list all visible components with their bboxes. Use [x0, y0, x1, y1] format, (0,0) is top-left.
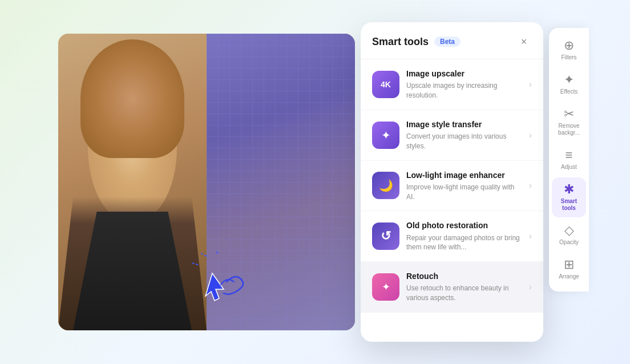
sidebar-item-smart-tools[interactable]: ✱ Smart tools	[552, 177, 586, 217]
style-transfer-info: Image style transfer Convert your images…	[406, 119, 522, 151]
smart-tools-sidebar-label: Smart tools	[556, 198, 581, 212]
low-light-desc: Improve low-light image quality with AI.	[406, 183, 522, 202]
image-upscaler-chevron: ›	[529, 79, 532, 90]
tool-item-image-upscaler[interactable]: 4K Image upscaler Upscale images by incr…	[361, 59, 543, 110]
effects-sidebar-label: Effects	[560, 88, 578, 95]
remove-bg-sidebar-label: Remove backgr...	[556, 123, 581, 136]
smart-tools-sidebar-icon: ✱	[564, 183, 574, 196]
filters-sidebar-icon: ⊕	[564, 39, 574, 52]
sidebar-item-arrange[interactable]: ⊞ Arrange	[552, 253, 586, 286]
retouch-chevron: ›	[529, 282, 532, 292]
retouch-icon: ✦	[372, 273, 399, 301]
sidebar-item-remove-bg[interactable]: ✂ Remove backgr...	[552, 102, 586, 142]
sidebar-item-adjust[interactable]: ≡ Adjust	[552, 143, 586, 176]
remove-bg-sidebar-icon: ✂	[564, 108, 574, 120]
opacity-sidebar-icon: ◇	[564, 224, 574, 237]
panel-title: Smart tools	[372, 36, 429, 48]
effects-sidebar-icon: ✦	[564, 74, 574, 86]
photo-bg	[58, 34, 355, 330]
adjust-sidebar-icon: ≡	[566, 149, 573, 161]
smart-tools-panel: Smart tools Beta × 4K Image upscaler Ups…	[361, 22, 543, 342]
low-light-name: Low-light image enhancer	[406, 170, 522, 180]
tool-item-low-light[interactable]: 🌙 Low-light image enhancer Improve low-l…	[361, 161, 543, 212]
style-transfer-desc: Convert your images into various styles.	[406, 132, 522, 151]
sidebar-item-effects[interactable]: ✦ Effects	[552, 68, 586, 101]
tool-item-retouch[interactable]: ✦ Retouch Use retouch to enhance beauty …	[361, 262, 543, 313]
opacity-sidebar-label: Opacity	[559, 239, 579, 246]
retouch-desc: Use retouch to enhance beauty in various…	[406, 284, 522, 303]
low-light-chevron: ›	[529, 180, 532, 191]
sidebar-item-filters[interactable]: ⊕ Filters	[552, 34, 586, 67]
image-upscaler-info: Image upscaler Upscale images by increas…	[406, 68, 522, 100]
tool-item-style-transfer[interactable]: ✦ Image style transfer Convert your imag…	[361, 110, 543, 161]
tools-list: 4K Image upscaler Upscale images by incr…	[361, 59, 543, 342]
sidebar-item-opacity[interactable]: ◇ Opacity	[552, 219, 586, 252]
style-transfer-chevron: ›	[529, 130, 532, 140]
style-transfer-name: Image style transfer	[406, 119, 522, 130]
photo-container	[58, 34, 355, 330]
beta-badge: Beta	[434, 37, 461, 47]
person-photo-right	[207, 34, 355, 330]
retouch-name: Retouch	[406, 271, 522, 281]
old-photo-desc: Repair your damaged photos or bring them…	[406, 233, 522, 253]
retouch-info: Retouch Use retouch to enhance beauty in…	[406, 271, 522, 303]
old-photo-info: Old photo restoration Repair your damage…	[406, 220, 522, 252]
style-transfer-icon: ✦	[372, 122, 399, 149]
close-button[interactable]: ×	[516, 34, 532, 50]
adjust-sidebar-label: Adjust	[561, 164, 577, 171]
low-light-info: Low-light image enhancer Improve low-lig…	[406, 170, 522, 202]
old-photo-icon: ↺	[372, 223, 399, 250]
image-upscaler-name: Image upscaler	[406, 68, 522, 79]
low-light-icon: 🌙	[372, 172, 399, 199]
filters-sidebar-label: Filters	[561, 54, 576, 61]
arrange-sidebar-label: Arrange	[559, 273, 579, 280]
image-upscaler-desc: Upscale images by increasing resolution.	[406, 81, 522, 100]
old-photo-name: Old photo restoration	[406, 220, 522, 230]
main-canvas: Smart tools Beta × 4K Image upscaler Ups…	[41, 17, 589, 347]
arrange-sidebar-icon: ⊞	[564, 258, 574, 271]
old-photo-chevron: ›	[529, 231, 532, 241]
right-sidebar: ⊕ Filters ✦ Effects ✂ Remove backgr... ≡…	[549, 28, 589, 292]
tool-item-old-photo[interactable]: ↺ Old photo restoration Repair your dama…	[361, 211, 543, 262]
image-upscaler-icon: 4K	[372, 71, 399, 98]
panel-header: Smart tools Beta ×	[361, 22, 543, 59]
